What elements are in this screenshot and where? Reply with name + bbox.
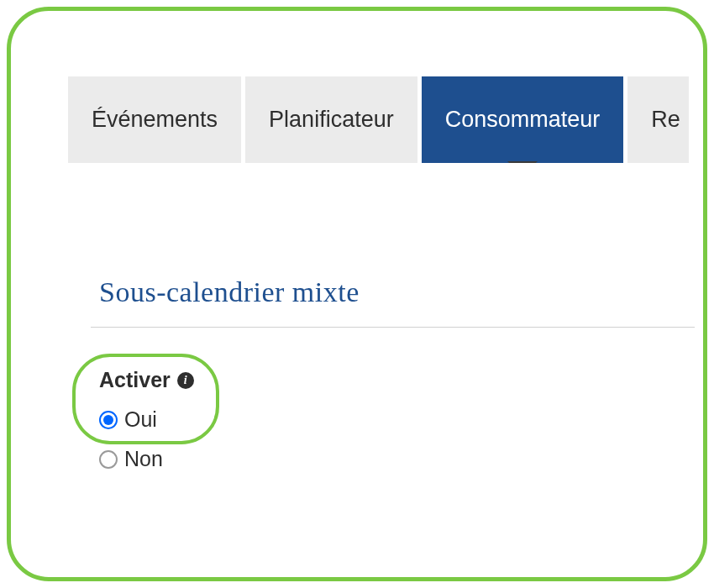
tabs-container: Événements Planificateur Consommateur Re <box>68 76 703 163</box>
tab-consommateur[interactable]: Consommateur <box>422 76 624 163</box>
annotation-highlight-outer: Événements Planificateur Consommateur Re… <box>7 7 707 581</box>
info-icon[interactable]: i <box>177 372 194 389</box>
tab-evenements[interactable]: Événements <box>68 76 241 163</box>
radio-option-oui[interactable]: Oui <box>99 407 695 432</box>
tab-planificateur[interactable]: Planificateur <box>245 76 417 163</box>
section-divider <box>91 327 695 328</box>
radio-label-non: Non <box>124 447 163 471</box>
field-label-row: Activer i <box>99 368 695 392</box>
content-wrapper: Événements Planificateur Consommateur Re… <box>11 76 703 471</box>
field-activer: Activer i Oui Non <box>84 368 695 471</box>
radio-dot-icon <box>103 415 113 425</box>
radio-input-non[interactable] <box>99 450 118 469</box>
field-label-activer: Activer <box>99 368 171 392</box>
radio-label-oui: Oui <box>124 407 157 432</box>
section-title: Sous-calendrier mixte <box>99 276 695 308</box>
radio-input-oui[interactable] <box>99 411 118 429</box>
radio-option-non[interactable]: Non <box>99 447 695 471</box>
section-sous-calendrier: Sous-calendrier mixte Activer i Oui Non <box>99 276 695 471</box>
tab-partial[interactable]: Re <box>627 76 689 163</box>
